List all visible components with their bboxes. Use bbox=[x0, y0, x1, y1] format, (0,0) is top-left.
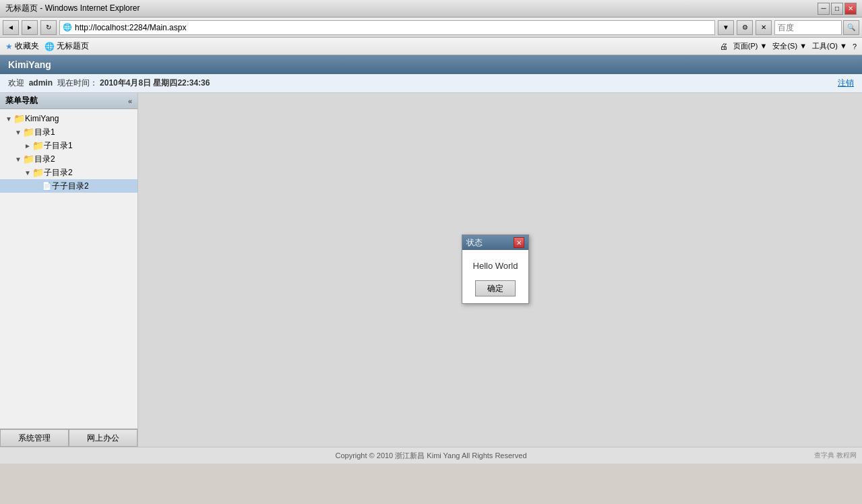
welcome-text: 欢迎 admin 现在时间： 2010年4月8日 星期四22:34:36 bbox=[8, 77, 210, 89]
toolbar-btn-3[interactable]: 安全(S) ▼ bbox=[772, 41, 807, 51]
star-icon: ★ bbox=[5, 42, 13, 51]
dialog-close-button[interactable]: ✕ bbox=[514, 237, 524, 248]
sidebar-header: 菜单导航 « bbox=[0, 93, 137, 109]
tree-label-root: KimiYang bbox=[25, 114, 59, 123]
toolbar-btn-4[interactable]: 工具(O) ▼ bbox=[812, 41, 847, 51]
rss-button[interactable]: ⚙ bbox=[737, 20, 753, 35]
refresh-button[interactable]: ↻ bbox=[40, 20, 57, 35]
folder-icon: 📁 bbox=[32, 140, 44, 151]
sidebar: 菜单导航 « ▼ 📁 KimiYang ▼ 📁 目录1 ► 📁 子目录1 bbox=[0, 93, 138, 447]
footer-copyright: Copyright © 2010 浙江新昌 Kimi Yang All Righ… bbox=[335, 451, 526, 461]
time-label: 现在时间： bbox=[57, 78, 98, 88]
maximize-button[interactable]: □ bbox=[831, 3, 843, 15]
dialog: 状态 ✕ Hello World 确定 bbox=[462, 234, 529, 304]
dialog-message: Hello World bbox=[469, 261, 522, 271]
tree-label-subsubdir2: 子子目录2 bbox=[52, 181, 89, 192]
arrow-icon: ▼ bbox=[15, 156, 23, 163]
favorites-item[interactable]: ★ 收藏夹 bbox=[5, 40, 39, 52]
arrow-icon: ▼ bbox=[15, 129, 23, 136]
address-bar: 🌐 bbox=[59, 20, 715, 35]
sidebar-footer: 系统管理 网上办公 bbox=[0, 429, 137, 447]
dialog-title: 状态 bbox=[466, 237, 514, 249]
folder-icon: 📁 bbox=[13, 113, 25, 124]
browser-toolbar: ◄ ► ↻ 🌐 ▼ ⚙ ✕ 🔍 bbox=[0, 18, 862, 38]
doc-icon: 📄 bbox=[42, 181, 52, 191]
tree-label-subdir1: 子目录1 bbox=[44, 140, 73, 152]
dialog-body: Hello World 确定 bbox=[462, 250, 528, 303]
username-label: admin bbox=[29, 78, 53, 88]
close-button[interactable]: ✕ bbox=[844, 3, 857, 15]
search-button[interactable]: 🔍 bbox=[843, 20, 859, 35]
sidebar-collapse-button[interactable]: « bbox=[128, 97, 132, 105]
online-office-label: 网上办公 bbox=[87, 433, 119, 444]
ie-icon: 🌐 bbox=[44, 42, 55, 51]
app-footer: Copyright © 2010 浙江新昌 Kimi Yang All Righ… bbox=[0, 447, 862, 464]
app-header: KimiYang bbox=[0, 55, 862, 74]
minimize-button[interactable]: ─ bbox=[818, 3, 830, 15]
tree-node-dir1[interactable]: ▼ 📁 目录1 bbox=[0, 125, 137, 139]
folder-icon: 📁 bbox=[23, 127, 34, 137]
main-layout: 菜单导航 « ▼ 📁 KimiYang ▼ 📁 目录1 ► 📁 子目录1 bbox=[0, 93, 862, 447]
forward-button[interactable]: ► bbox=[22, 20, 38, 35]
toolbar-btn-1[interactable]: 🖨 bbox=[720, 42, 728, 51]
arrow-icon: ► bbox=[24, 142, 32, 150]
tree-label-dir1: 目录1 bbox=[34, 127, 55, 138]
datetime-label: 2010年4月8日 星期四22:34:36 bbox=[100, 78, 210, 88]
toolbar-right: 🖨 页面(P) ▼ 安全(S) ▼ 工具(O) ▼ ? bbox=[720, 41, 857, 51]
logout-link[interactable]: 注销 bbox=[838, 77, 854, 89]
dialog-titlebar[interactable]: 状态 ✕ bbox=[462, 235, 528, 250]
footer-watermark: 查字典 教程网 bbox=[814, 451, 857, 460]
titlebar-buttons: ─ □ ✕ bbox=[818, 3, 857, 15]
toolbar-btn-2[interactable]: 页面(P) ▼ bbox=[733, 41, 768, 51]
tree-label-subdir2: 子目录2 bbox=[44, 167, 73, 179]
stop-nav-button[interactable]: ✕ bbox=[756, 20, 772, 35]
page-icon: 🌐 bbox=[63, 23, 72, 32]
tree-node-root[interactable]: ▼ 📁 KimiYang bbox=[0, 112, 137, 125]
search-area: 🔍 bbox=[774, 20, 859, 35]
app-title: KimiYang bbox=[8, 59, 51, 70]
welcome-label: 欢迎 bbox=[8, 78, 24, 88]
sys-manage-button[interactable]: 系统管理 bbox=[0, 429, 69, 447]
address-input[interactable] bbox=[75, 23, 712, 32]
arrow-icon: ▼ bbox=[5, 115, 13, 123]
browser-title: 无标题页 - Windows Internet Explorer bbox=[5, 3, 818, 14]
content-area: 状态 ✕ Hello World 确定 bbox=[138, 93, 862, 447]
toolbar-btn-5[interactable]: ? bbox=[853, 42, 857, 51]
tree-node-subdir1[interactable]: ► 📁 子目录1 bbox=[0, 139, 137, 152]
back-button[interactable]: ◄ bbox=[3, 20, 19, 35]
arrow-icon: ▼ bbox=[24, 169, 32, 177]
folder-icon: 📁 bbox=[32, 167, 44, 178]
go-button[interactable]: ▼ bbox=[718, 20, 734, 35]
sidebar-title: 菜单导航 bbox=[5, 95, 38, 106]
dialog-overlay: 状态 ✕ Hello World 确定 bbox=[138, 93, 862, 447]
folder-icon: 📁 bbox=[23, 154, 34, 164]
tree-area: ▼ 📁 KimiYang ▼ 📁 目录1 ► 📁 子目录1 ▼ 📁 目录2 bbox=[0, 109, 137, 429]
dialog-ok-button[interactable]: 确定 bbox=[475, 280, 516, 296]
tree-label-dir2: 目录2 bbox=[34, 154, 55, 165]
favorites-bar: ★ 收藏夹 🌐 无标题页 🖨 页面(P) ▼ 安全(S) ▼ 工具(O) ▼ ? bbox=[0, 38, 862, 55]
tab-item[interactable]: 🌐 无标题页 bbox=[44, 40, 89, 52]
tab-label: 无标题页 bbox=[57, 40, 89, 52]
tree-node-dir2[interactable]: ▼ 📁 目录2 bbox=[0, 152, 137, 166]
tree-node-subdir2[interactable]: ▼ 📁 子目录2 bbox=[0, 166, 137, 179]
tree-node-subsubdir2[interactable]: 📄 子子目录2 bbox=[0, 179, 137, 193]
search-input[interactable] bbox=[774, 20, 842, 35]
favorites-label: 收藏夹 bbox=[15, 40, 39, 52]
sys-manage-label: 系统管理 bbox=[18, 433, 51, 444]
welcome-bar: 欢迎 admin 现在时间： 2010年4月8日 星期四22:34:36 注销 bbox=[0, 74, 862, 93]
online-office-button[interactable]: 网上办公 bbox=[69, 429, 137, 447]
browser-titlebar: 无标题页 - Windows Internet Explorer ─ □ ✕ bbox=[0, 0, 862, 18]
